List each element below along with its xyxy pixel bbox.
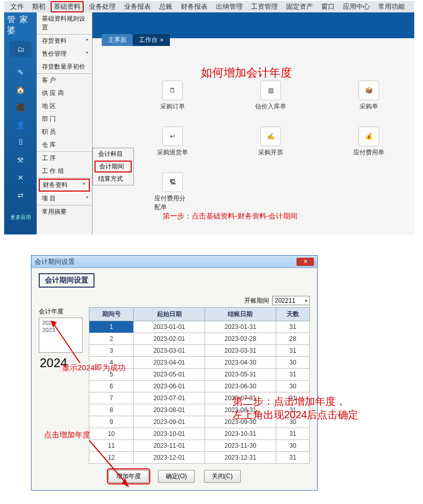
app-window: 文件 期初 基础资料 业务处理 业务报表 总账 财务报表 出纳管理 工资管理 固… (4, 1, 414, 234)
table-cell: 2023-04-30 (205, 357, 276, 369)
tab-workbench[interactable]: 工作台✕ (133, 34, 170, 46)
nav-tab-icon[interactable]: 🗂 (9, 41, 32, 57)
brand-text: 管 家 婆 (7, 14, 37, 36)
dd-staff[interactable]: 职 员 (37, 125, 92, 138)
nav-more[interactable]: 更多应用 (10, 214, 31, 221)
table-cell: 2023-12-01 (134, 452, 205, 464)
icon-alloc[interactable]: 🏗应付费用分配单 (154, 172, 191, 212)
dd-project[interactable]: 项 目 (37, 192, 92, 206)
icon-return[interactable]: ↩采购退货单 (154, 127, 191, 157)
table-cell: 8 (89, 404, 134, 416)
nav-icon-8[interactable]: ⇄ (16, 191, 25, 199)
sm-account[interactable]: 会计科目 (93, 148, 133, 160)
dd-dept[interactable]: 部 门 (37, 113, 92, 125)
table-cell: 2023-08-01 (134, 404, 205, 416)
th-end: 结账日期 (205, 308, 276, 321)
dd-rules[interactable]: 基础资料规则设置 (37, 12, 92, 35)
menu-bizrep[interactable]: 业务报表 (121, 1, 154, 12)
table-cell: 30 (276, 440, 309, 452)
open-period-combo[interactable]: 202211 (272, 296, 310, 305)
menu-asset[interactable]: 固定资产 (283, 1, 316, 12)
table-cell: 31 (276, 369, 309, 381)
nav-icon-3[interactable]: ⬛ (16, 103, 25, 112)
nav-icon-7[interactable]: ✕ (16, 174, 25, 182)
table-cell: 2023-11-01 (134, 440, 205, 452)
icon-estin[interactable]: ▥估价入库单 (253, 81, 289, 111)
dd-finance[interactable]: 财务资料 (39, 179, 90, 192)
table-cell: 31 (276, 345, 309, 357)
table-cell: 28 (276, 333, 309, 345)
dd-vendor[interactable]: 供 应 商 (37, 87, 92, 100)
workspace: 主界面 工作台✕ 如何增加会计年度 🗒采购订单 ▥估价入库单 📦采购单 ↩采购退… (92, 12, 414, 234)
menu-cashier[interactable]: 出纳管理 (213, 1, 246, 12)
menu-biz[interactable]: 业务处理 (86, 1, 119, 12)
icon-po[interactable]: 🗒采购订单 (154, 81, 191, 111)
menu-file[interactable]: 文件 (7, 1, 27, 12)
dd-proc[interactable]: 工 序 (37, 152, 92, 165)
table-row[interactable]: 12023-01-012023-01-3131 (89, 321, 310, 333)
table-cell: 30 (276, 381, 309, 392)
dd-stock[interactable]: 存货资料 (37, 35, 92, 48)
menu-basic-data[interactable]: 基础资料 (51, 1, 84, 12)
icon-invoice[interactable]: ✍采购开票 (253, 127, 289, 157)
table-cell: 2023-01-01 (134, 321, 205, 333)
nav-icon-6[interactable]: ⚒ (16, 156, 25, 164)
headline-annotation: 如何增加会计年度 (201, 65, 292, 81)
dd-qty[interactable]: 存货数量录初价 (37, 60, 92, 74)
year-label: 会计年度 (39, 307, 83, 316)
menu-gl[interactable]: 总账 (156, 1, 176, 12)
nav-icon-1[interactable]: ✎ (16, 68, 25, 76)
tab-main[interactable]: 主界面 (102, 34, 133, 46)
dd-summary[interactable]: 常用摘要 (37, 206, 92, 218)
menu-finrep[interactable]: 财务报表 (178, 1, 211, 12)
nav-icon-4[interactable]: 👤 (16, 121, 25, 129)
dd-group[interactable]: 工 作 组 (37, 165, 92, 178)
menu-salary[interactable]: 工资管理 (248, 1, 281, 12)
table-row[interactable]: 62023-06-012023-06-3030 (89, 381, 310, 392)
anno-click: 点击增加年度 (44, 430, 90, 440)
icon-payfee[interactable]: 💰应付费用单 (351, 127, 387, 157)
dialog-area: 会计期间设置 ✕ 会计期间设置 开账期间 202211 会计年度 2022 20… (0, 252, 423, 501)
arrow-icon (87, 438, 133, 490)
th-no: 期间号 (89, 308, 134, 321)
table-cell: 2023-05-31 (205, 369, 276, 381)
clipboard-icon: 🗒 (162, 81, 183, 100)
menu-common[interactable]: 常用功能 (375, 1, 408, 12)
table-cell: 2023-05-01 (134, 369, 205, 381)
left-nav: 管 家 婆 🗂 ✎ 🏠 ⬛ 👤 ⠿ ⚒ ✕ ⇄ 更多应用 (4, 12, 37, 234)
ok-button[interactable]: 确定(O) (158, 470, 195, 483)
period-dialog: 会计期间设置 ✕ 会计期间设置 开账期间 202211 会计年度 2022 20… (31, 255, 318, 491)
table-row[interactable]: 32023-03-012023-03-3131 (89, 345, 310, 357)
th-days: 天数 (276, 308, 309, 321)
dd-price[interactable]: 售价管理 (37, 48, 92, 60)
dd-wh[interactable]: 仓 库 (37, 138, 92, 152)
menu-appcenter[interactable]: 应用中心 (340, 1, 373, 12)
dd-customer[interactable]: 客 户 (37, 74, 92, 87)
table-cell: 2023-06-30 (205, 381, 276, 392)
close-button[interactable]: 关闭(C) (204, 470, 241, 483)
table-cell: 2023-10-01 (134, 428, 205, 440)
sm-settle[interactable]: 结算方式 (93, 173, 133, 185)
th-start: 起始日期 (134, 308, 205, 321)
table-row[interactable]: 22023-02-012023-02-2828 (89, 333, 310, 345)
sm-period[interactable]: 会计期间 (95, 161, 132, 172)
icon-pbill[interactable]: 📦采购单 (351, 81, 387, 111)
arrow-icon (49, 319, 85, 366)
workspace-tabs: 主界面 工作台✕ (102, 34, 170, 46)
menu-init[interactable]: 期初 (29, 1, 49, 12)
close-icon[interactable]: ✕ (160, 37, 164, 43)
dd-region[interactable]: 地 区 (37, 100, 92, 113)
table-cell: 2023-12-31 (205, 452, 276, 464)
menu-window[interactable]: 窗口 (318, 1, 338, 12)
nav-icon-2[interactable]: 🏠 (16, 86, 25, 94)
close-icon[interactable]: ✕ (296, 258, 314, 266)
table-cell: 9 (89, 416, 134, 428)
svg-line-0 (53, 323, 80, 363)
table-cell: 2023-02-28 (205, 333, 276, 345)
table-cell: 2023-06-01 (134, 381, 205, 392)
barcode-icon: ▥ (260, 81, 281, 100)
table-cell: 2023-10-31 (205, 428, 276, 440)
nav-icon-5[interactable]: ⠿ (16, 138, 25, 147)
table-cell: 31 (276, 321, 309, 333)
table-cell: 2023-11-30 (205, 440, 276, 452)
